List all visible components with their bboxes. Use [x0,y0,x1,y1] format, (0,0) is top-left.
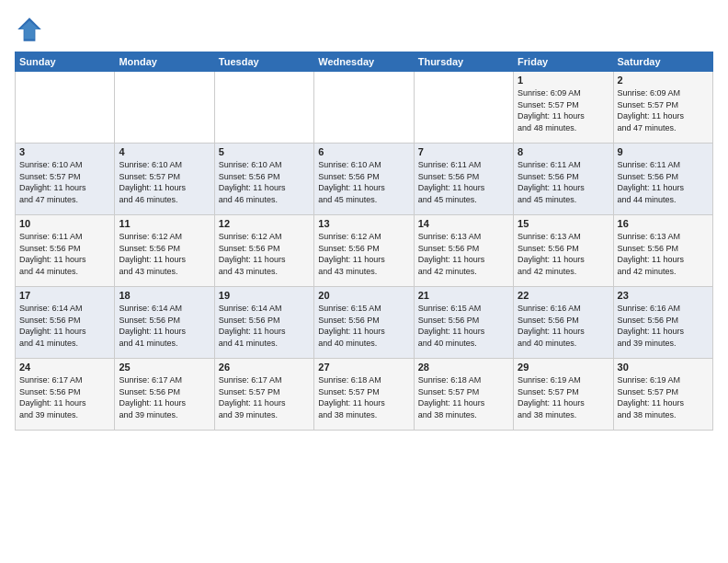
col-header-wednesday: Wednesday [314,52,414,72]
day-cell: 29Sunrise: 6:19 AM Sunset: 5:57 PM Dayli… [514,359,613,431]
day-number: 2 [618,75,709,86]
day-cell [214,72,313,144]
svg-marker-1 [20,20,40,39]
day-number: 8 [518,146,609,157]
day-number: 12 [219,218,310,229]
day-cell: 16Sunrise: 6:13 AM Sunset: 5:56 PM Dayli… [613,215,712,287]
day-info: Sunrise: 6:10 AM Sunset: 5:56 PM Dayligh… [219,159,310,205]
day-cell: 21Sunrise: 6:15 AM Sunset: 5:56 PM Dayli… [414,287,513,359]
day-cell: 27Sunrise: 6:18 AM Sunset: 5:57 PM Dayli… [314,359,414,431]
col-header-friday: Friday [514,52,613,72]
day-number: 15 [518,218,609,229]
day-cell [16,72,115,144]
day-info: Sunrise: 6:09 AM Sunset: 5:57 PM Dayligh… [618,87,709,133]
day-cell: 1Sunrise: 6:09 AM Sunset: 5:57 PM Daylig… [514,72,613,144]
header-row: SundayMondayTuesdayWednesdayThursdayFrid… [16,52,713,72]
day-number: 9 [618,146,709,157]
day-cell: 15Sunrise: 6:13 AM Sunset: 5:56 PM Dayli… [514,215,613,287]
day-cell: 12Sunrise: 6:12 AM Sunset: 5:56 PM Dayli… [214,215,313,287]
day-info: Sunrise: 6:11 AM Sunset: 5:56 PM Dayligh… [418,159,509,205]
day-cell: 13Sunrise: 6:12 AM Sunset: 5:56 PM Dayli… [314,215,414,287]
col-header-tuesday: Tuesday [214,52,313,72]
day-info: Sunrise: 6:19 AM Sunset: 5:57 PM Dayligh… [518,374,609,420]
day-info: Sunrise: 6:14 AM Sunset: 5:56 PM Dayligh… [119,303,210,349]
day-number: 27 [318,362,409,373]
day-info: Sunrise: 6:14 AM Sunset: 5:56 PM Dayligh… [19,303,110,349]
col-header-saturday: Saturday [613,52,712,72]
day-number: 3 [19,146,110,157]
day-cell: 30Sunrise: 6:19 AM Sunset: 5:57 PM Dayli… [613,359,712,431]
day-number: 30 [618,362,709,373]
col-header-sunday: Sunday [16,52,115,72]
logo-icon [15,15,44,44]
day-cell: 14Sunrise: 6:13 AM Sunset: 5:56 PM Dayli… [414,215,513,287]
week-row-4: 17Sunrise: 6:14 AM Sunset: 5:56 PM Dayli… [16,287,713,359]
day-cell: 17Sunrise: 6:14 AM Sunset: 5:56 PM Dayli… [16,287,115,359]
day-info: Sunrise: 6:19 AM Sunset: 5:57 PM Dayligh… [618,374,709,420]
day-info: Sunrise: 6:10 AM Sunset: 5:57 PM Dayligh… [19,159,110,205]
day-cell: 6Sunrise: 6:10 AM Sunset: 5:56 PM Daylig… [314,144,414,215]
day-info: Sunrise: 6:17 AM Sunset: 5:56 PM Dayligh… [119,374,210,420]
day-info: Sunrise: 6:13 AM Sunset: 5:56 PM Dayligh… [618,231,709,277]
calendar-table: SundayMondayTuesdayWednesdayThursdayFrid… [15,52,713,431]
day-info: Sunrise: 6:17 AM Sunset: 5:57 PM Dayligh… [219,374,310,420]
day-info: Sunrise: 6:15 AM Sunset: 5:56 PM Dayligh… [318,303,409,349]
day-info: Sunrise: 6:15 AM Sunset: 5:56 PM Dayligh… [418,303,509,349]
day-number: 29 [518,362,609,373]
day-cell: 25Sunrise: 6:17 AM Sunset: 5:56 PM Dayli… [115,359,214,431]
day-info: Sunrise: 6:18 AM Sunset: 5:57 PM Dayligh… [318,374,409,420]
day-number: 1 [518,75,609,86]
day-cell: 2Sunrise: 6:09 AM Sunset: 5:57 PM Daylig… [613,72,712,144]
col-header-monday: Monday [115,52,214,72]
day-number: 26 [219,362,310,373]
day-cell: 26Sunrise: 6:17 AM Sunset: 5:57 PM Dayli… [214,359,313,431]
week-row-5: 24Sunrise: 6:17 AM Sunset: 5:56 PM Dayli… [16,359,713,431]
day-cell: 3Sunrise: 6:10 AM Sunset: 5:57 PM Daylig… [16,144,115,215]
day-cell: 9Sunrise: 6:11 AM Sunset: 5:56 PM Daylig… [613,144,712,215]
day-cell: 7Sunrise: 6:11 AM Sunset: 5:56 PM Daylig… [414,144,513,215]
day-cell: 4Sunrise: 6:10 AM Sunset: 5:57 PM Daylig… [115,144,214,215]
week-row-2: 3Sunrise: 6:10 AM Sunset: 5:57 PM Daylig… [16,144,713,215]
week-row-1: 1Sunrise: 6:09 AM Sunset: 5:57 PM Daylig… [16,72,713,144]
day-cell: 20Sunrise: 6:15 AM Sunset: 5:56 PM Dayli… [314,287,414,359]
header [15,15,713,44]
day-number: 10 [19,218,110,229]
col-header-thursday: Thursday [414,52,513,72]
day-info: Sunrise: 6:12 AM Sunset: 5:56 PM Dayligh… [219,231,310,277]
day-number: 17 [19,290,110,301]
day-number: 28 [418,362,509,373]
day-info: Sunrise: 6:11 AM Sunset: 5:56 PM Dayligh… [618,159,709,205]
day-number: 22 [518,290,609,301]
day-number: 24 [19,362,110,373]
day-cell: 28Sunrise: 6:18 AM Sunset: 5:57 PM Dayli… [414,359,513,431]
day-number: 16 [618,218,709,229]
day-cell: 10Sunrise: 6:11 AM Sunset: 5:56 PM Dayli… [16,215,115,287]
day-info: Sunrise: 6:10 AM Sunset: 5:57 PM Dayligh… [119,159,210,205]
day-info: Sunrise: 6:10 AM Sunset: 5:56 PM Dayligh… [318,159,409,205]
day-info: Sunrise: 6:16 AM Sunset: 5:56 PM Dayligh… [618,303,709,349]
day-info: Sunrise: 6:11 AM Sunset: 5:56 PM Dayligh… [518,159,609,205]
day-info: Sunrise: 6:18 AM Sunset: 5:57 PM Dayligh… [418,374,509,420]
day-number: 6 [318,146,409,157]
day-info: Sunrise: 6:09 AM Sunset: 5:57 PM Dayligh… [518,87,609,133]
day-number: 13 [318,218,409,229]
day-number: 20 [318,290,409,301]
day-number: 4 [119,146,210,157]
day-cell: 22Sunrise: 6:16 AM Sunset: 5:56 PM Dayli… [514,287,613,359]
day-number: 19 [219,290,310,301]
day-number: 25 [119,362,210,373]
week-row-3: 10Sunrise: 6:11 AM Sunset: 5:56 PM Dayli… [16,215,713,287]
day-cell: 23Sunrise: 6:16 AM Sunset: 5:56 PM Dayli… [613,287,712,359]
logo [15,15,48,44]
day-number: 18 [119,290,210,301]
day-number: 5 [219,146,310,157]
day-info: Sunrise: 6:14 AM Sunset: 5:56 PM Dayligh… [219,303,310,349]
day-info: Sunrise: 6:11 AM Sunset: 5:56 PM Dayligh… [19,231,110,277]
day-cell: 24Sunrise: 6:17 AM Sunset: 5:56 PM Dayli… [16,359,115,431]
day-info: Sunrise: 6:12 AM Sunset: 5:56 PM Dayligh… [119,231,210,277]
day-info: Sunrise: 6:13 AM Sunset: 5:56 PM Dayligh… [418,231,509,277]
day-cell [115,72,214,144]
day-number: 14 [418,218,509,229]
day-cell [414,72,513,144]
day-info: Sunrise: 6:12 AM Sunset: 5:56 PM Dayligh… [318,231,409,277]
